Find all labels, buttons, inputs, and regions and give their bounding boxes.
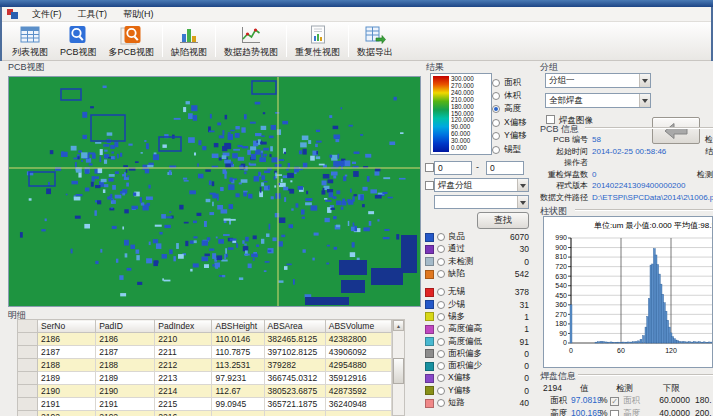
legend-label: 无锡	[448, 286, 465, 298]
radio-button[interactable]	[492, 119, 500, 127]
pad-group-checkbox[interactable]	[425, 181, 434, 190]
histogram-title: 单位:um 最小值:0.000 平均值:98.1	[594, 220, 713, 231]
table-row[interactable]: 219221922216	[18, 411, 392, 416]
legend-row[interactable]: 高度偏高1	[425, 323, 532, 335]
table-cell: 382465.8125	[264, 333, 325, 346]
table-row[interactable]: 219021902214112.67380523.687542873592	[18, 385, 392, 398]
radio-button[interactable]	[437, 301, 445, 309]
group-dropdown[interactable]: 分组一	[545, 73, 651, 88]
metric-label: 高度	[504, 103, 521, 115]
radio-button[interactable]	[437, 338, 445, 346]
radio-button[interactable]	[437, 313, 445, 321]
pad-group-dropdown[interactable]: 焊盘分组	[434, 178, 529, 192]
table-row[interactable]: 218821882212113.253137928242954880	[18, 359, 392, 372]
metric-option[interactable]: X偏移	[492, 116, 536, 129]
metric-option[interactable]: 面积	[492, 76, 536, 89]
pcb-info-right-fragment: 检	[705, 134, 713, 145]
chevron-down-icon[interactable]	[639, 74, 650, 87]
scroll-up-icon[interactable]: ▲	[393, 320, 404, 331]
column-header[interactable]: PadID	[96, 320, 155, 333]
radio-button[interactable]	[437, 362, 445, 370]
range-min-input[interactable]: 0	[434, 161, 472, 175]
table-row[interactable]: 218721872211110.7875397102.812543906092	[18, 346, 392, 359]
radio-button[interactable]	[437, 233, 445, 241]
toolbar-button-list-view[interactable]: 列表视图	[6, 22, 54, 60]
legend-row[interactable]: 面积偏少0	[425, 360, 532, 372]
pad-check-label: 高度	[623, 408, 640, 416]
legend-row[interactable]: Y偏移0	[425, 385, 532, 397]
chevron-down-icon[interactable]	[639, 94, 650, 107]
radio-button[interactable]	[437, 258, 445, 266]
legend-row[interactable]: 高度偏低91	[425, 335, 532, 347]
toolbar-button-data-trend-view[interactable]: 数据趋势视图	[218, 22, 284, 60]
metric-option[interactable]: 体积	[492, 89, 536, 102]
legend-row[interactable]: 无锡378	[425, 286, 532, 298]
column-header[interactable]: PadIndex	[155, 320, 212, 333]
radio-button[interactable]	[437, 350, 445, 358]
radio-button[interactable]	[437, 245, 445, 253]
chevron-down-icon[interactable]	[517, 179, 528, 191]
pcb-info-value: 58	[592, 135, 601, 144]
table-cell: 43906092	[325, 346, 391, 359]
checkbox[interactable]	[610, 410, 619, 416]
svg-text:0: 0	[563, 339, 567, 346]
menu-help[interactable]: 帮助(H)	[115, 7, 162, 22]
column-header[interactable]: ABSHeight	[212, 320, 264, 333]
radio-button[interactable]	[492, 92, 500, 100]
radio-button[interactable]	[437, 374, 445, 382]
radio-button[interactable]	[492, 105, 500, 113]
radio-button[interactable]	[492, 132, 500, 140]
range-filter-checkbox[interactable]	[425, 163, 434, 172]
toolbar-button-repeatability-view[interactable]: 重复性视图	[289, 22, 346, 60]
range-max-input[interactable]: 0	[486, 161, 524, 175]
legend-color-swatch	[425, 386, 434, 395]
legend-row[interactable]: 短路40	[425, 397, 532, 409]
menu-file[interactable]: 文件(F)	[24, 7, 70, 22]
toolbar-button-multi-pcb-view[interactable]: 多PCB视图	[103, 22, 161, 60]
legend-count: 0	[482, 361, 532, 371]
radio-button[interactable]	[437, 270, 445, 278]
table-cell: 2186	[96, 333, 155, 346]
radio-button[interactable]	[437, 325, 445, 333]
pads-dropdown[interactable]: 全部焊盘	[545, 93, 651, 108]
table-cell: 113.2531	[212, 359, 264, 372]
metric-option[interactable]: Y偏移	[492, 130, 536, 143]
toolbar-button-defect-view[interactable]: 缺陷视图	[165, 22, 213, 60]
detail-grid[interactable]: SerNoPadIDPadIndexABSHeightABSAreaABSVol…	[17, 319, 392, 416]
radio-button[interactable]	[437, 399, 445, 407]
pad-subgroup-dropdown[interactable]	[434, 195, 529, 209]
legend-row[interactable]: 未检测0	[425, 256, 532, 268]
pcb-info-value: 201402241309400000200	[592, 181, 685, 190]
table-cell: 379282	[264, 359, 325, 372]
table-row[interactable]: 21892189221397.9231366745.031235912916	[18, 372, 392, 385]
legend-row[interactable]: 少锡31	[425, 298, 532, 310]
radio-button[interactable]	[437, 387, 445, 395]
toolbar-button-data-export[interactable]: 数据导出	[351, 22, 399, 60]
legend-row[interactable]: 通过30	[425, 243, 532, 255]
legend-label: 锡多	[448, 311, 465, 323]
table-row[interactable]: 21912191221599.0945365721.187536240948	[18, 398, 392, 411]
metric-option[interactable]: 锡型	[492, 143, 536, 156]
legend-row[interactable]: X偏移0	[425, 372, 532, 384]
toolbar-button-pcb-view[interactable]: PCB视图	[54, 22, 103, 60]
column-header[interactable]: ABSVolume	[325, 320, 391, 333]
metric-option[interactable]: 高度	[492, 103, 536, 116]
radio-button[interactable]	[492, 146, 500, 154]
checkbox[interactable]: ✓	[610, 397, 619, 406]
column-header[interactable]: SerNo	[38, 320, 96, 333]
detail-table-scrollbar[interactable]: ▲	[392, 319, 405, 416]
legend-row[interactable]: 良品6070	[425, 231, 532, 243]
search-button[interactable]: 查找	[477, 212, 529, 229]
table-row[interactable]: 218621862210110.0146382465.812542382800	[18, 333, 392, 346]
radio-button[interactable]	[492, 79, 500, 87]
pcb-image[interactable]	[8, 76, 421, 307]
chevron-down-icon[interactable]	[517, 196, 528, 208]
scrollbar-thumb[interactable]	[393, 358, 404, 384]
legend-row[interactable]: 锡多1	[425, 311, 532, 323]
toolbar-button-label: 缺陷视图	[171, 46, 207, 59]
column-header[interactable]: ABSArea	[264, 320, 325, 333]
legend-row[interactable]: 缺陷542	[425, 268, 532, 280]
legend-row[interactable]: 面积偏多0	[425, 348, 532, 360]
radio-button[interactable]	[437, 288, 445, 296]
menu-tools[interactable]: 工具(T)	[70, 7, 116, 22]
